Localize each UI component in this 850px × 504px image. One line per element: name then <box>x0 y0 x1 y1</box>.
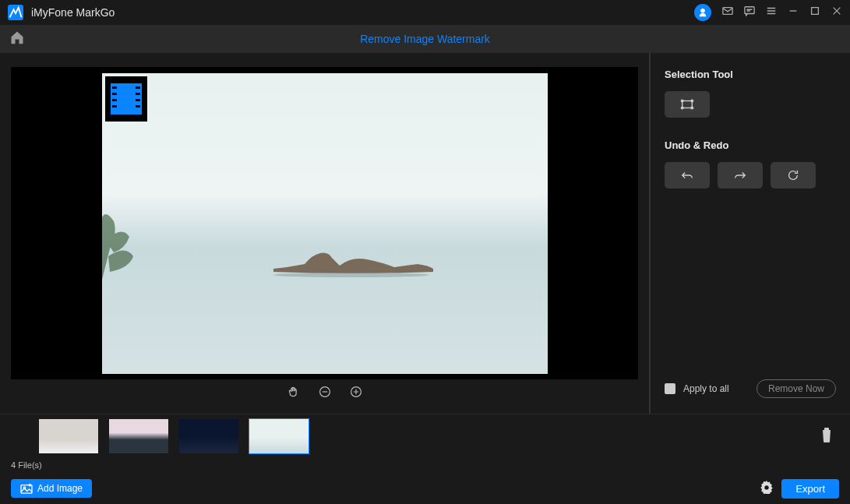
add-image-label: Add Image <box>37 483 83 494</box>
zoom-in-icon[interactable] <box>350 386 362 401</box>
feedback-icon[interactable] <box>744 5 755 19</box>
settings-button[interactable] <box>760 480 774 497</box>
svg-rect-2 <box>745 7 754 14</box>
menu-icon[interactable] <box>766 5 777 19</box>
app-title: iMyFone MarkGo <box>31 6 115 19</box>
maximize-icon[interactable] <box>809 5 820 19</box>
canvas-controls <box>11 379 638 407</box>
page-title: Remove Image Watermark <box>360 33 490 45</box>
side-panel: Selection Tool Undo & Redo Apply to all … <box>649 53 850 414</box>
svg-point-4 <box>273 273 429 277</box>
svg-point-14 <box>765 485 769 489</box>
svg-point-8 <box>681 100 683 102</box>
app-logo-icon <box>8 5 23 20</box>
canvas-area <box>0 53 649 414</box>
export-button[interactable]: Export <box>781 479 839 499</box>
svg-point-0 <box>701 9 705 13</box>
svg-rect-1 <box>723 8 732 15</box>
titlebar: iMyFone MarkGo <box>0 0 850 25</box>
undo-button[interactable] <box>665 162 710 189</box>
reset-button[interactable] <box>771 162 816 189</box>
svg-point-10 <box>681 107 683 109</box>
add-image-button[interactable]: Add Image <box>11 479 92 498</box>
figure-decoration <box>266 248 437 278</box>
image-canvas[interactable] <box>11 67 638 379</box>
thumbnail-1[interactable] <box>109 419 168 453</box>
selection-tool-title: Selection Tool <box>665 69 836 80</box>
redo-button[interactable] <box>718 162 763 189</box>
svg-rect-7 <box>682 101 693 108</box>
thumbnail-strip <box>0 414 850 457</box>
svg-rect-3 <box>812 8 819 15</box>
zoom-out-icon[interactable] <box>319 386 331 401</box>
file-count: 4 File(s) <box>0 457 850 473</box>
thumbnail-3[interactable] <box>249 419 309 453</box>
bottom-bar: Add Image Export <box>0 473 850 504</box>
home-button[interactable] <box>9 30 25 48</box>
hand-tool-icon[interactable] <box>287 386 300 401</box>
apply-all-label: Apply to all <box>683 383 749 394</box>
image-preview <box>102 73 548 374</box>
apply-all-checkbox[interactable] <box>665 383 675 394</box>
thumbnail-2[interactable] <box>179 419 238 453</box>
svg-point-11 <box>691 107 693 109</box>
account-icon[interactable] <box>694 4 711 21</box>
undo-redo-title: Undo & Redo <box>665 139 836 151</box>
watermark-logo-icon <box>105 76 147 122</box>
thumbnail-0[interactable] <box>39 419 98 453</box>
plant-decoration <box>102 210 141 280</box>
rectangle-select-button[interactable] <box>665 91 710 118</box>
delete-button[interactable] <box>819 426 834 446</box>
close-icon[interactable] <box>831 5 842 19</box>
remove-now-button[interactable]: Remove Now <box>757 379 836 398</box>
minimize-icon[interactable] <box>788 5 799 19</box>
svg-point-9 <box>691 100 693 102</box>
toolbar: Remove Image Watermark <box>0 25 850 53</box>
mail-icon[interactable] <box>722 5 733 19</box>
